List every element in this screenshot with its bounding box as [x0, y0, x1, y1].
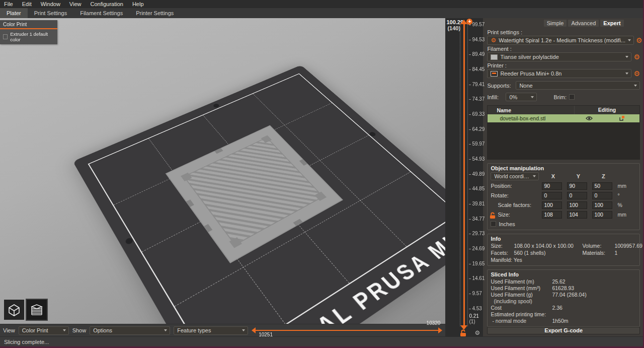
rotate-x-input[interactable] [542, 192, 562, 199]
tab-filament-settings[interactable]: Filament Settings [73, 8, 129, 18]
printing-time-label: Estimated printing time: [491, 311, 636, 317]
mode-advanced[interactable]: Advanced [568, 20, 599, 27]
tab-printer-settings[interactable]: Printer Settings [129, 8, 180, 18]
cube-icon [7, 303, 21, 317]
coordinates-value: World coordinates [494, 173, 530, 179]
left-arrow-icon[interactable] [252, 327, 256, 333]
edit-icon [619, 115, 625, 121]
rotate-y-input[interactable] [567, 192, 587, 199]
used-filament-mm3-value: 61628.93 [552, 285, 636, 291]
filament-value: Tianse silver polylactide [500, 54, 623, 60]
printing-time-mode-label: - normal mode [491, 318, 550, 324]
layer-tick-label: 79.41 [469, 82, 485, 87]
name-column-header: Name [488, 107, 574, 113]
scale-y-input[interactable] [567, 201, 587, 209]
print-settings-gear-button[interactable]: ⚙ [636, 37, 642, 44]
tab-plater[interactable]: Plater [0, 8, 28, 18]
position-unit: mm [617, 183, 631, 189]
filament-select[interactable]: Tianse silver polylactide [487, 52, 631, 61]
info-materials-value: 1 [614, 250, 642, 256]
layer-tick-label: 54.93 [469, 157, 485, 162]
size-y-input[interactable] [567, 211, 587, 219]
coordinates-select[interactable]: World coordinates [491, 172, 539, 180]
scale-lock-icon[interactable] [490, 212, 496, 220]
rotate-label: Rotate: [491, 192, 539, 198]
status-text: Slicing complete... [4, 339, 49, 345]
chevron-down-icon [63, 329, 66, 331]
layer-slider-dotted-track [460, 24, 460, 326]
chevron-down-icon [625, 56, 628, 58]
position-y-input[interactable] [567, 182, 587, 190]
hslider-track[interactable] [255, 330, 439, 331]
infill-value: 0% [509, 94, 528, 100]
lock-icon[interactable] [460, 329, 466, 339]
infill-select[interactable]: 0% [506, 93, 537, 101]
layer-tick-label: 69.33 [469, 112, 485, 117]
used-filament-m-value: 25.62 [552, 279, 636, 285]
rotate-unit: ° [617, 192, 631, 198]
mode-simple[interactable]: Simple [544, 20, 567, 27]
menu-item[interactable]: View [69, 1, 82, 7]
3d-viewport[interactable]: ORIGINAL PRUSA MINI [0, 18, 445, 324]
right-arrow-icon[interactable] [438, 327, 442, 333]
printer-value: Reeder Prusa Mini+ 0.8n [500, 71, 623, 77]
info-volume-value: 1009957.69 [614, 243, 642, 249]
editing-button[interactable] [604, 115, 639, 121]
menu-item[interactable]: Help [132, 1, 144, 7]
hslider-max-label: 10320 [427, 320, 441, 326]
tab-bar: Plater Print Settings Filament Settings … [0, 8, 643, 18]
size-z-input[interactable] [592, 211, 612, 219]
printer-gear-button[interactable]: ⚙ [633, 70, 640, 77]
supports-select[interactable]: None [516, 81, 640, 90]
axis-y-header: Y [567, 173, 589, 179]
used-filament-mm3-label: Used Filament (mm³) [491, 285, 550, 291]
printer-icon [491, 71, 498, 77]
visibility-toggle[interactable] [574, 116, 604, 121]
print-settings-select[interactable]: ⚙ Watertight Spiral 1.2e - Medium Thickn… [487, 36, 634, 45]
menu-item[interactable]: Configuration [90, 1, 123, 7]
extruder-color-swatch [3, 34, 8, 39]
filament-gear-button[interactable]: ⚙ [633, 53, 640, 60]
scale-z-input[interactable] [592, 201, 612, 209]
info-materials-label: Materials: [582, 250, 612, 256]
horizontal-range-slider[interactable]: 10320 10251 [252, 324, 442, 336]
gear-icon: ⚙ [491, 37, 496, 44]
sidebar: Simple Advanced Expert Print settings : … [483, 18, 643, 336]
export-gcode-button[interactable]: Export G-code [487, 327, 640, 334]
position-z-input[interactable] [592, 182, 612, 190]
used-filament-m-label: Used Filament (m) [491, 279, 550, 285]
hslider-current-label: 10251 [259, 332, 273, 337]
chevron-down-icon [164, 329, 167, 331]
color-print-legend: Color Print Extruder 1 default color [0, 20, 57, 44]
scale-x-input[interactable] [542, 201, 562, 209]
menu-item[interactable]: Edit [22, 1, 32, 7]
layer-tick-label: 14.61 [469, 276, 485, 281]
menu-item[interactable]: File [4, 1, 13, 7]
brim-checkbox[interactable] [569, 94, 575, 100]
3d-editor-view-button[interactable] [4, 300, 24, 320]
menu-item[interactable]: Window [41, 1, 60, 7]
size-x-input[interactable] [542, 211, 562, 219]
printer-select[interactable]: Reeder Prusa Mini+ 0.8n [487, 69, 631, 78]
cost-label: Cost [491, 305, 550, 311]
layer-tick-label: 94.53 [469, 37, 485, 42]
position-x-input[interactable] [542, 182, 562, 190]
editing-column-header: Editing [574, 106, 639, 114]
rotate-z-input[interactable] [592, 192, 612, 199]
preview-view-button[interactable] [27, 300, 47, 320]
inches-checkbox[interactable] [491, 221, 496, 227]
info-title: Info [491, 236, 636, 242]
layer-slider-track[interactable] [463, 24, 465, 326]
show-options-select[interactable]: Options [90, 326, 170, 335]
layer-tick-label: 59.97 [469, 142, 485, 147]
gear-icon[interactable]: ⚙ [474, 329, 480, 336]
view-type-select[interactable]: Color Print [19, 326, 69, 335]
info-facets-label: Facets: [491, 250, 512, 256]
feature-types-value: Feature types [177, 327, 239, 333]
object-row[interactable]: dovetail-box-end.stl [488, 114, 639, 122]
feature-types-select[interactable]: Feature types [174, 326, 248, 335]
mode-expert[interactable]: Expert [600, 20, 623, 27]
infill-label: Infill: [487, 94, 503, 100]
tab-print-settings[interactable]: Print Settings [28, 8, 73, 18]
object-list: Name Editing dovetail-box-end.stl [487, 105, 640, 160]
